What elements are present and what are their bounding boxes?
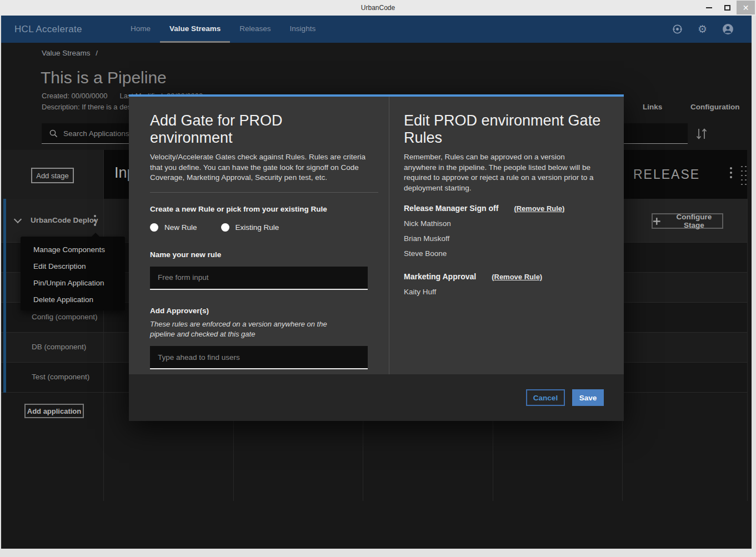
- breadcrumb-separator: /: [96, 49, 98, 57]
- close-button[interactable]: ✕: [737, 1, 755, 14]
- window-border-left: [0, 16, 1, 557]
- release-column-menu-icon[interactable]: [730, 167, 732, 178]
- user-avatar-icon[interactable]: [722, 23, 734, 35]
- gate-rules-modal: Add Gate for PROD environment Velocity/A…: [129, 94, 624, 421]
- component-item-test[interactable]: Test (component): [32, 373, 89, 381]
- created-date: Created: 00/00/0000: [42, 92, 108, 100]
- plus-icon: [653, 217, 661, 225]
- rule-choice-label: Create a new Rule or pick from your exis…: [150, 205, 368, 213]
- approver-name: Kaity Huff: [404, 288, 607, 296]
- add-gate-title: Add Gate for PROD environment: [150, 112, 368, 147]
- save-button[interactable]: Save: [572, 389, 604, 406]
- cancel-button[interactable]: Cancel: [526, 389, 565, 406]
- nav-item-insights[interactable]: Insights: [281, 16, 326, 43]
- component-item-db[interactable]: DB (component): [32, 343, 86, 351]
- breadcrumb-link-value-streams[interactable]: Value Streams: [42, 49, 91, 57]
- menu-item-manage-components[interactable]: Manage Components: [21, 242, 125, 258]
- window-title: UrbanCode: [0, 4, 756, 12]
- new-rule-radio-label[interactable]: New Rule: [164, 223, 197, 232]
- tab-links[interactable]: Links: [643, 103, 662, 111]
- close-icon: ✕: [743, 4, 749, 12]
- menu-item-delete-application[interactable]: Delete Application: [21, 292, 125, 308]
- edit-rules-title: Edit PROD environment Gate Rules: [404, 112, 607, 147]
- nav-item-value-streams[interactable]: Value Streams: [160, 16, 230, 43]
- column-header-release: RELEASE: [633, 167, 700, 182]
- configure-stage-label: Configure Stage: [666, 213, 722, 229]
- application-menu-icon[interactable]: [94, 215, 96, 226]
- window-border-bottom: [1, 549, 752, 557]
- configure-stage-button[interactable]: Configure Stage: [652, 213, 723, 229]
- help-icon[interactable]: [672, 24, 683, 34]
- component-item-config[interactable]: Config (component): [32, 313, 98, 321]
- sort-icon[interactable]: [694, 126, 709, 142]
- add-gate-panel: Add Gate for PROD environment Velocity/A…: [129, 97, 389, 374]
- add-approvers-label: Add Approver(s): [150, 307, 368, 315]
- rule-name-label: Name your new rule: [150, 250, 368, 259]
- edit-gate-rules-panel: Edit PROD environment Gate Rules Remembe…: [389, 97, 624, 374]
- add-gate-description: Velocity/Accelerate Gates check against …: [150, 152, 369, 183]
- existing-rule-radio[interactable]: [221, 223, 229, 232]
- rule-name-input[interactable]: [150, 267, 368, 290]
- settings-gear-icon[interactable]: ⚙: [698, 24, 707, 34]
- nav-item-releases[interactable]: Releases: [230, 16, 280, 43]
- grid-line: [747, 199, 748, 501]
- rule-type-radio-group: New Rule Existing Rule: [150, 223, 368, 232]
- application-name[interactable]: UrbanCode Deploy: [31, 216, 98, 224]
- top-navbar: HCL Accelerate Home Value Streams Releas…: [1, 16, 752, 43]
- rule-name: Release Manager Sign off: [404, 204, 498, 213]
- nav-menu: Home Value Streams Releases Insights: [121, 16, 325, 43]
- modal-body: Add Gate for PROD environment Velocity/A…: [129, 97, 624, 374]
- rule-group-marketing-approval: Marketing Approval (Remove Rule) Kaity H…: [404, 272, 607, 296]
- approvers-hint: These rules are enforced on a version an…: [150, 319, 350, 339]
- release-column-drag-handle-icon[interactable]: [740, 164, 748, 185]
- breadcrumb: Value Streams /: [42, 49, 98, 57]
- remove-rule-link[interactable]: (Remove Rule): [492, 273, 542, 281]
- window-titlebar: UrbanCode ✕: [0, 0, 756, 16]
- nav-item-home[interactable]: Home: [121, 16, 160, 43]
- add-application-button[interactable]: Add application: [24, 404, 84, 418]
- application-accent-stripe: [3, 199, 6, 393]
- approver-search-input[interactable]: [150, 346, 368, 369]
- maximize-icon: [724, 5, 730, 11]
- menu-item-edit-description[interactable]: Edit Description: [21, 258, 125, 275]
- modal-footer: Cancel Save: [129, 374, 624, 421]
- maximize-button[interactable]: [718, 1, 737, 14]
- window-border-right: [752, 16, 756, 557]
- new-rule-radio[interactable]: [150, 223, 158, 232]
- approver-name: Brian Muskoff: [404, 234, 607, 243]
- existing-rule-radio-label[interactable]: Existing Rule: [236, 223, 279, 232]
- page-title: This is a Pipeline: [41, 68, 167, 87]
- search-icon: [49, 129, 58, 138]
- window-controls: ✕: [700, 1, 755, 14]
- approver-name: Steve Boone: [404, 249, 607, 258]
- brand-logo[interactable]: HCL Accelerate: [14, 24, 82, 35]
- rule-group-release-manager: Release Manager Sign off (Remove Rule) N…: [404, 204, 607, 258]
- divider: [150, 192, 378, 193]
- application-context-menu: Manage Components Edit Description Pin/U…: [21, 237, 125, 310]
- tab-configuration[interactable]: Configuration: [690, 103, 739, 111]
- app-window: UrbanCode ✕ HCL Accelerate Home Value St…: [0, 0, 756, 557]
- nav-icons: ⚙: [672, 16, 734, 43]
- add-stage-button[interactable]: Add stage: [31, 168, 74, 183]
- pipeline-description: Description: If there is a desc: [42, 103, 135, 111]
- menu-item-pin-unpin-application[interactable]: Pin/Unpin Application: [21, 275, 125, 292]
- minimize-button[interactable]: [700, 1, 718, 14]
- minimize-icon: [706, 7, 712, 8]
- remove-rule-link[interactable]: (Remove Rule): [514, 204, 564, 213]
- approver-name: Nick Mathison: [404, 219, 607, 228]
- grid-line: [103, 150, 104, 501]
- rule-name: Marketing Approval: [404, 272, 476, 281]
- edit-rules-description: Remember, Rules can be approved on a ver…: [404, 152, 594, 194]
